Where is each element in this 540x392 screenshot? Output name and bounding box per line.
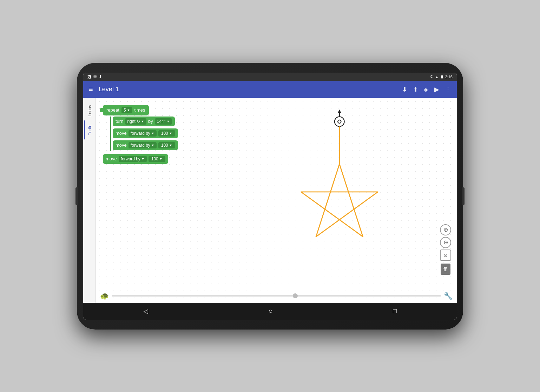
center-view-button[interactable]: ⊙ [440,250,451,261]
move-block-2[interactable]: move forward by ▼ 100 ▼ [113,140,178,150]
app-bar: ≡ Level 1 ⬇ ⬆ ◈ ▶ ⋮ [83,81,457,98]
repeat-block[interactable]: repeat 5 ▼ times [103,105,149,115]
move2-direction-arrow: ▼ [151,144,154,147]
tablet-side-button-right [462,187,465,205]
move3-value-arrow: ▼ [159,157,163,161]
turtle-speed-icon: 🐢 [100,292,109,300]
repeat-dropdown-arrow: ▼ [127,108,130,112]
move3-label: move [106,156,117,161]
center-icon: ⊙ [443,252,448,258]
move3-direction-dropdown[interactable]: forward by ▼ [119,156,147,162]
star-drawing [301,164,378,237]
back-button[interactable]: ◁ [143,307,148,315]
turtle-arrow [338,109,341,112]
move3-value: 100 [151,157,158,161]
turn-block[interactable]: turn right ↻ ▼ by 144° ▼ [113,117,175,126]
turn-block-row: turn right ↻ ▼ by 144° ▼ [113,117,178,126]
turtle-center [338,120,341,123]
move3-direction: forward by [121,157,140,161]
move-block-standalone[interactable]: move forward by ▼ 100 ▼ [103,154,168,164]
zoom-in-icon: ⊕ [443,226,448,233]
move1-direction-arrow: ▼ [151,132,154,135]
move3-direction-arrow: ▼ [141,157,145,161]
slider-thumb[interactable] [293,293,298,298]
canvas-area[interactable]: repeat 5 ▼ times tu [96,98,457,303]
turn-direction: right ↻ [127,119,140,124]
zoom-controls: ⊕ ⊖ ⊙ 🗑 [440,224,451,275]
move2-value-dropdown[interactable]: 100 ▼ [158,142,175,148]
app-bar-actions: ⬇ ⬆ ◈ ▶ ⋮ [402,86,451,93]
status-bar-left: 🖼 ✉ ⬇ [87,74,102,79]
recent-apps-button[interactable]: □ [393,307,397,315]
notification-icon-3: ⬇ [99,74,102,79]
drawing-canvas [255,98,457,303]
move-block-2-row: move forward by ▼ 100 ▼ [113,140,178,150]
notification-icon-1: 🖼 [87,75,91,79]
canvas-bottom-bar: 🐢 🔧 [96,289,457,303]
move1-value: 100 [161,131,168,136]
app-title: Level 1 [99,86,402,93]
move-block-1[interactable]: move forward by ▼ 100 ▼ [113,128,178,138]
zoom-in-button[interactable]: ⊕ [440,224,451,235]
turn-angle: 144° [157,119,166,124]
repeat-value: 5 [124,108,126,113]
turn-angle-arrow: ▼ [167,120,170,123]
repeat-value-dropdown[interactable]: 5 ▼ [121,107,132,113]
hamburger-menu-button[interactable]: ≡ [89,85,93,93]
turtle-tab[interactable]: Turtle [84,120,94,139]
wifi-icon: ▲ [435,75,439,79]
move1-label: move [116,131,127,136]
move-standalone-row: move forward by ▼ 100 ▼ [103,154,178,164]
speed-slider[interactable] [112,295,441,297]
move1-value-dropdown[interactable]: 100 ▼ [158,130,175,137]
move2-value: 100 [161,143,168,148]
tablet-device: 🖼 ✉ ⬇ ✲ ▲ ▮ 2:16 ≡ Level 1 ⬇ ⬆ ◈ ▶ ⋮ [77,63,463,330]
turtle-icon [335,117,344,126]
blocks-area: repeat 5 ▼ times tu [103,105,178,165]
trash-button[interactable]: 🗑 [441,264,450,275]
play-button[interactable]: ▶ [434,86,439,93]
repeat-times-label: times [134,107,145,113]
tablet-screen: 🖼 ✉ ⬇ ✲ ▲ ▮ 2:16 ≡ Level 1 ⬇ ⬆ ◈ ▶ ⋮ [83,73,457,320]
move2-direction-dropdown[interactable]: forward by ▼ [129,142,157,148]
repeat-label: repeat [106,107,119,113]
nav-bar: ◁ ○ □ [83,303,457,320]
battery-icon: ▮ [441,74,443,79]
upload-button[interactable]: ⬆ [413,86,418,93]
download-button[interactable]: ⬇ [402,86,407,93]
zoom-out-button[interactable]: ⊖ [440,237,451,248]
turn-direction-arrow: ▼ [141,120,144,123]
loops-tab[interactable]: Loops [84,101,94,121]
move-block-1-row: move forward by ▼ 100 ▼ [113,128,178,138]
wrench-icon: 🔧 [444,292,453,300]
layers-button[interactable]: ◈ [424,86,429,93]
home-button[interactable]: ○ [269,307,273,315]
notification-icon-2: ✉ [93,74,97,79]
star-outline [301,164,378,237]
move2-value-arrow: ▼ [169,144,172,147]
turn-direction-dropdown[interactable]: right ↻ ▼ [125,118,146,125]
turn-label: turn [116,119,123,124]
zoom-out-icon: ⊖ [443,239,448,246]
bluetooth-icon: ✲ [430,74,433,79]
trash-icon: 🗑 [443,266,448,272]
move1-direction-dropdown[interactable]: forward by ▼ [129,130,157,137]
repeat-block-row: repeat 5 ▼ times [103,105,178,115]
tablet-side-button-left [75,187,78,205]
move1-value-arrow: ▼ [169,132,172,135]
turn-angle-dropdown[interactable]: 144° ▼ [155,118,172,125]
side-tabs: Loops Turtle [83,98,96,303]
move3-value-dropdown[interactable]: 100 ▼ [149,156,165,162]
status-bar-right: ✲ ▲ ▮ 2:16 [430,74,453,79]
status-bar: 🖼 ✉ ⬇ ✲ ▲ ▮ 2:16 [83,73,457,81]
main-content: Loops Turtle repeat 5 ▼ t [83,98,457,303]
more-options-button[interactable]: ⋮ [445,86,451,93]
clock: 2:16 [445,75,453,79]
block-inner-group: turn right ↻ ▼ by 144° ▼ [110,117,178,151]
turtle-drawing-svg [255,98,457,303]
turn-by-label: by [148,119,153,124]
move2-label: move [116,142,127,148]
move2-direction: forward by [131,143,150,148]
move1-direction: forward by [131,131,150,136]
